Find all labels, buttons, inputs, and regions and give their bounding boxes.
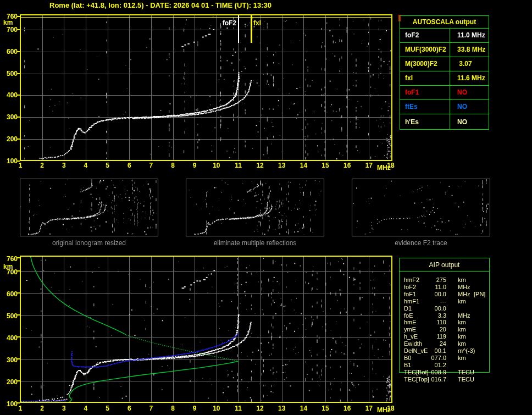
- autoscala-row-value: 3.07: [450, 57, 489, 71]
- aip-row-unit: km: [458, 319, 466, 326]
- aip-row-label: B1: [404, 362, 411, 369]
- aip-row: TEC[Top]016.7TECU: [399, 376, 532, 383]
- x-tick-label: 15: [322, 405, 329, 412]
- aip-row-label: hmF1: [404, 298, 419, 305]
- aip-row-value: 00.1: [419, 347, 446, 355]
- x-tick-label: 17: [365, 162, 373, 169]
- x-tick-label: 9: [193, 162, 197, 169]
- x-tick-label: 16: [343, 162, 351, 169]
- x-tick-label: 17: [365, 405, 373, 412]
- y-tick-label: 700: [0, 269, 18, 276]
- aip-row-label: B0: [404, 355, 411, 362]
- autoscala-row-label: foF1: [400, 86, 450, 99]
- y-tick-label: 500: [0, 70, 18, 78]
- y-tick-label: 760: [0, 13, 18, 20]
- aip-row: foF100.0MHz[PN]: [399, 291, 532, 298]
- aip-row-label: ymE: [404, 326, 416, 333]
- x-tick-label: 11: [235, 405, 242, 412]
- aip-row-unit: MHz: [458, 291, 470, 298]
- autoscala-row: foF211.0 MHz: [400, 29, 489, 43]
- x-tick-label: 10: [213, 162, 220, 169]
- autoscala-table-title: AUTOSCALA output: [400, 16, 489, 29]
- aip-row-label: h_vE: [404, 333, 418, 340]
- thumbnail-multiple-reflections: [186, 179, 324, 236]
- autoscala-table: AUTOSCALA output foF211.0 MHzMUF(3000)F2…: [400, 15, 489, 130]
- x-tick-label: 11: [235, 162, 242, 169]
- x-tick-label: 4: [84, 405, 88, 412]
- aip-row: hmF1---km: [399, 298, 532, 305]
- y-tick-label: 300: [0, 357, 18, 364]
- aip-row-value: 00.0: [419, 291, 446, 298]
- aip-row-unit: MHz: [458, 284, 470, 291]
- autoscala-row: MUF(3000)F233.8 MHz: [400, 43, 489, 57]
- aip-row-unit: TECU: [458, 369, 474, 376]
- aip-row: hmE110km: [399, 319, 532, 326]
- aip-row-note: [PN]: [474, 291, 485, 298]
- x-tick-label: 14: [300, 162, 307, 169]
- aip-table-title: AIP output: [400, 258, 489, 272]
- x-tick-label: 7: [149, 162, 153, 169]
- y-tick-label: 400: [0, 335, 18, 342]
- x-tick-label: 2: [40, 405, 44, 412]
- autoscala-row-value: 11.0 MHz: [450, 29, 489, 42]
- thumbnail-caption: original ionogram resized: [20, 239, 158, 247]
- x-tick-label: 4: [84, 162, 88, 169]
- x-tick-label: 12: [256, 405, 263, 412]
- autoscala-row-label: ftEs: [400, 100, 450, 114]
- aip-row-value: 00.0: [419, 305, 446, 312]
- aip-row: h_vE119km: [399, 333, 532, 340]
- thumbnail-f2-trace: [352, 179, 490, 236]
- aip-row-value: 01.2: [419, 362, 446, 369]
- thumbnail-caption: evidence F2 trace: [352, 239, 490, 247]
- aip-row-unit: km: [458, 276, 466, 284]
- x-tick-label: 10: [213, 405, 220, 412]
- fxi-marker-label: fxI: [253, 20, 261, 27]
- aip-row-value: 110: [419, 319, 446, 326]
- x-tick-label: 12: [256, 162, 263, 169]
- x-tick-label: 5: [106, 405, 109, 412]
- autoscala-row-value: NO: [450, 100, 489, 114]
- x-tick-label: 5: [106, 162, 109, 169]
- autoscala-row-value: 33.8 MHz: [450, 43, 489, 57]
- aip-row-value: 24: [419, 340, 446, 347]
- x-tick-label: 16: [343, 405, 351, 412]
- x-tick-label: 14: [300, 405, 307, 412]
- autoscala-row: foF1NO: [400, 86, 489, 100]
- aip-row-label: foF1: [404, 291, 416, 298]
- thumbnail-caption: eliminate multiple reflections: [186, 239, 324, 247]
- autoscala-row-label: h'Es: [400, 114, 450, 130]
- aip-row-value: 275: [419, 276, 446, 284]
- aip-row-unit: km: [458, 298, 466, 305]
- x-tick-label: 6: [128, 405, 131, 412]
- aip-row: hmF2275km: [399, 276, 532, 284]
- autoscala-row-label: MUF(3000)F2: [400, 43, 450, 57]
- aip-row: D100.0: [399, 305, 532, 312]
- x-tick-label: 13: [278, 405, 285, 412]
- aip-row-unit: km: [458, 340, 466, 347]
- thumbnail-original-ionogram: [20, 179, 158, 236]
- y-tick-label: 400: [0, 92, 18, 99]
- x-tick-label: 3: [62, 405, 66, 412]
- autoscala-row-value: NO: [450, 114, 489, 130]
- aip-row-label: hmE: [404, 319, 417, 326]
- x-tick-label: 13: [278, 162, 285, 169]
- y-tick-label: 100: [0, 158, 18, 165]
- autoscala-row: h'EsNO: [400, 114, 489, 130]
- page-title: Rome (lat: +41.8, lon: 012.5) - DATE: 20…: [49, 1, 271, 9]
- aip-row: TEC[Bot]008.9TECU: [399, 369, 532, 376]
- y-tick-label: 600: [0, 48, 18, 56]
- aip-row-unit: TECU: [458, 376, 474, 383]
- aip-row-value: 016.7: [419, 376, 446, 383]
- aip-row-unit: km: [458, 326, 466, 333]
- x-tick-label: 1: [19, 162, 23, 169]
- aip-row-value: ---: [419, 298, 446, 305]
- autoscala-row: M(3000)F2 3.07: [400, 57, 489, 71]
- autoscala-table-rows: foF211.0 MHzMUF(3000)F233.8 MHzM(3000)F2…: [400, 29, 489, 130]
- aip-row: foF211.0MHz: [399, 284, 532, 291]
- x-tick-label: 8: [171, 405, 175, 412]
- x-tick-label: 18: [387, 162, 394, 169]
- aip-row-value: 11.0: [419, 284, 446, 291]
- aip-row: B101.2: [399, 362, 532, 369]
- y-tick-label: 200: [0, 379, 18, 386]
- x-tick-label: 18: [387, 405, 394, 412]
